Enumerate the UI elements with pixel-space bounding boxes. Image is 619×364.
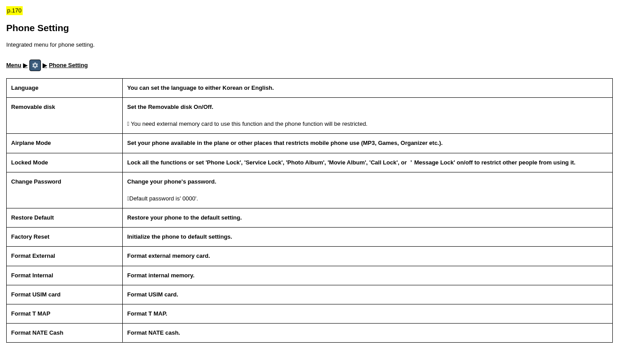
breadcrumb-phone-setting: Phone Setting — [49, 61, 88, 69]
setting-label: Format Internal — [7, 266, 123, 285]
setting-description-main: Restore your phone to the default settin… — [127, 214, 608, 222]
setting-description-main: Format T MAP. — [127, 310, 608, 318]
setting-label: Airplane Mode — [7, 134, 123, 153]
table-row: Factory ResetInitialize the phone to def… — [7, 228, 613, 247]
setting-description-main: Set the Removable disk On/Off. — [127, 103, 608, 111]
page-subtitle: Integrated menu for phone setting. — [6, 41, 613, 49]
setting-description: Restore your phone to the default settin… — [123, 208, 613, 228]
setting-description: Set the Removable disk On/Off.󰠐 You need… — [123, 97, 613, 133]
setting-description-main: Set your phone available in the plane or… — [127, 139, 608, 147]
setting-description: Format internal memory. — [123, 266, 613, 285]
setting-description-main: Format external memory card. — [127, 252, 608, 260]
setting-description-main: You can set the language to either Korea… — [127, 84, 608, 92]
table-row: LanguageYou can set the language to eith… — [7, 78, 613, 97]
breadcrumb-menu: Menu — [6, 61, 21, 69]
table-row: Format ExternalFormat external memory ca… — [7, 247, 613, 266]
table-row: Format InternalFormat internal memory. — [7, 266, 613, 285]
setting-label: Locked Mode — [7, 153, 123, 172]
settings-icon — [29, 60, 41, 71]
table-row: Format NATE CashFormat NATE cash. — [7, 324, 613, 343]
setting-label: Restore Default — [7, 208, 123, 228]
setting-description-note: 󰠐 You need external memory card to use t… — [127, 120, 608, 128]
setting-label: Format USIM card — [7, 285, 123, 304]
table-row: Restore DefaultRestore your phone to the… — [7, 208, 613, 228]
setting-description: Change your phone's password.󰠐Default pa… — [123, 172, 613, 208]
setting-description-main: Initialize the phone to default settings… — [127, 233, 608, 241]
page-title: Phone Setting — [6, 21, 613, 34]
setting-label: Language — [7, 78, 123, 97]
setting-label: Format T MAP — [7, 304, 123, 324]
breadcrumb: Menu ▶ ▶ Phone Setting — [6, 60, 613, 71]
setting-label: Factory Reset — [7, 228, 123, 247]
setting-description: Initialize the phone to default settings… — [123, 228, 613, 247]
breadcrumb-arrow-1: ▶ — [23, 61, 28, 69]
setting-label: Removable disk — [7, 97, 123, 133]
setting-label: Change Password — [7, 172, 123, 208]
setting-description-main: Format USIM card. — [127, 291, 608, 299]
setting-description-main: Change your phone's password. — [127, 178, 608, 186]
setting-description-main: Format internal memory. — [127, 272, 608, 280]
table-row: Change PasswordChange your phone's passw… — [7, 172, 613, 208]
setting-description: Lock all the functions or set 'Phone Loc… — [123, 153, 613, 172]
table-row: Airplane ModeSet your phone available in… — [7, 134, 613, 153]
page-number: p.170 — [6, 6, 23, 15]
table-row: Locked ModeLock all the functions or set… — [7, 153, 613, 172]
breadcrumb-arrow-2: ▶ — [43, 61, 47, 69]
table-row: Removable diskSet the Removable disk On/… — [7, 97, 613, 133]
setting-description-note: 󰠐Default password is' 0000'. — [127, 195, 608, 203]
setting-description: You can set the language to either Korea… — [123, 78, 613, 97]
setting-label: Format External — [7, 247, 123, 266]
setting-description: Format NATE cash. — [123, 324, 613, 343]
setting-description-main: Lock all the functions or set 'Phone Loc… — [127, 159, 608, 167]
setting-description: Format USIM card. — [123, 285, 613, 304]
setting-description: Format external memory card. — [123, 247, 613, 266]
table-row: Format T MAPFormat T MAP. — [7, 304, 613, 324]
settings-table: LanguageYou can set the language to eith… — [6, 78, 613, 343]
setting-label: Format NATE Cash — [7, 324, 123, 343]
setting-description-main: Format NATE cash. — [127, 329, 608, 337]
table-row: Format USIM cardFormat USIM card. — [7, 285, 613, 304]
setting-description: Format T MAP. — [123, 304, 613, 324]
setting-description: Set your phone available in the plane or… — [123, 134, 613, 153]
